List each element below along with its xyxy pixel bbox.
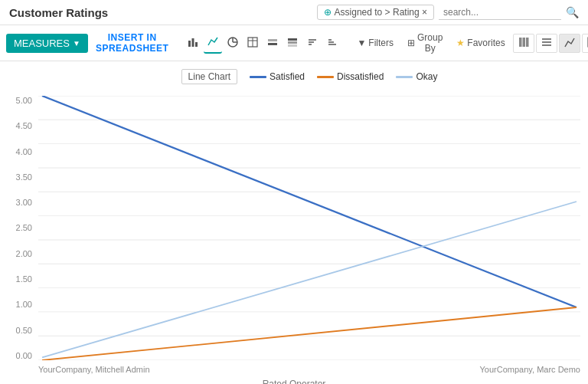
page-title: Customer Ratings [9,6,108,19]
search-input[interactable] [439,5,561,20]
x-axis-title: Rated Operator [0,379,588,384]
svg-rect-11 [288,38,297,41]
toolbar: MEASURES ▼ INSERT IN SPREADSHEET ▼ Filte… [0,25,588,61]
y-label-100: 1.00 [16,300,32,309]
chart-legend: Line Chart Satisfied Dissatisfied Okay [38,69,580,84]
descending-btn[interactable] [303,34,322,53]
right-view-toggles [513,34,588,53]
svg-rect-0 [188,41,191,47]
chart-type-label: Line Chart [181,69,237,84]
groupby-icon: ⊞ [407,38,415,48]
measures-label: MEASURES [14,38,70,49]
y-label-250: 2.50 [16,223,32,232]
y-label-450: 4.50 [16,121,32,130]
svg-rect-12 [288,41,297,44]
y-label-050: 0.50 [16,326,32,335]
groupby-label: Group By [417,32,443,54]
insert-spreadsheet-button[interactable]: INSERT IN SPREADSHEET [90,28,175,57]
dissatisfied-label: Dissatisfied [337,71,384,82]
filter-icon: ▼ [357,38,366,48]
filters-label: Filters [368,38,394,48]
insert-label: INSERT IN SPREADSHEET [96,32,169,54]
search-button[interactable]: 🔍 [566,6,579,18]
pie-chart-icon [227,37,238,48]
y-label-150: 1.50 [16,274,32,284]
svg-rect-21 [522,38,525,47]
filters-button[interactable]: ▼ Filters [351,34,400,51]
measures-arrow-icon: ▼ [73,39,80,48]
legend-dissatisfied: Dissatisfied [317,71,384,82]
okay-label: Okay [416,71,437,82]
svg-rect-10 [268,43,277,45]
y-label-400: 4.00 [16,147,32,156]
filter-badge-text: Assigned to > Rating × [335,7,427,18]
satisfied-label: Satisfied [270,71,305,82]
line-chart-btn[interactable] [204,33,222,54]
column-chart-btn[interactable] [263,34,282,53]
y-label-300: 3.00 [16,198,32,207]
y-label-000: 0.00 [16,351,32,360]
sort-asc-icon [327,37,338,48]
bar-chart-icon [188,37,198,48]
svg-rect-13 [288,44,297,47]
satisfied-line [42,96,577,307]
y-label-200: 2.00 [16,249,32,258]
svg-rect-1 [192,38,194,47]
chart-svg [38,96,580,360]
table-view-btn[interactable] [243,34,262,53]
star-icon: ★ [456,38,465,48]
legend-satisfied: Satisfied [250,71,305,82]
pie-chart-btn[interactable] [224,34,242,53]
legend-okay: Okay [396,71,437,82]
filter-badge[interactable]: ⊕ Assigned to > Rating × [317,5,434,20]
favorites-label: Favorites [467,38,505,48]
dissatisfied-color [317,76,334,78]
graph-icon [564,37,575,48]
table-icon [247,37,258,48]
x-label-right: YourCompany, Marc Demo [480,365,580,374]
stacked-icon [287,37,298,48]
groupby-button[interactable]: ⊞ Group By [401,29,449,57]
kanban-view-btn[interactable] [513,34,534,53]
pivot-view-btn[interactable] [582,34,588,53]
header-controls: ⊕ Assigned to > Rating × 🔍 [317,5,579,20]
line-chart-icon [207,36,218,47]
kanban-icon [518,37,529,48]
y-label-500: 5.00 [16,96,32,105]
y-label-350: 3.50 [16,172,32,182]
sort-desc-icon [307,37,318,48]
favorites-button[interactable]: ★ Favorites [450,34,511,51]
chart-container: Line Chart Satisfied Dissatisfied Okay 5… [0,61,588,384]
list-icon [541,37,552,48]
bar-chart-btn[interactable] [184,34,202,53]
column-chart-icon [267,37,278,48]
ascending-btn[interactable] [323,34,341,53]
chart-svg-container [38,96,580,360]
graph-view-btn[interactable] [559,34,580,53]
y-axis: 5.00 4.50 4.00 3.50 3.00 2.50 2.00 1.50 … [0,96,37,360]
list-view-btn[interactable] [536,34,557,53]
svg-rect-2 [195,42,198,47]
measures-button[interactable]: MEASURES ▼ [6,34,88,53]
x-axis-labels: YourCompany, Mitchell Admin YourCompany,… [38,365,580,374]
x-label-left: YourCompany, Mitchell Admin [38,365,150,374]
satisfied-color [250,76,266,78]
okay-color [396,76,413,78]
filter-badge-icon: ⊕ [324,7,332,18]
svg-rect-20 [519,38,522,47]
stacked-btn[interactable] [283,34,302,53]
page-header: Customer Ratings ⊕ Assigned to > Rating … [0,0,588,25]
svg-rect-22 [526,38,529,47]
svg-rect-9 [268,39,277,41]
